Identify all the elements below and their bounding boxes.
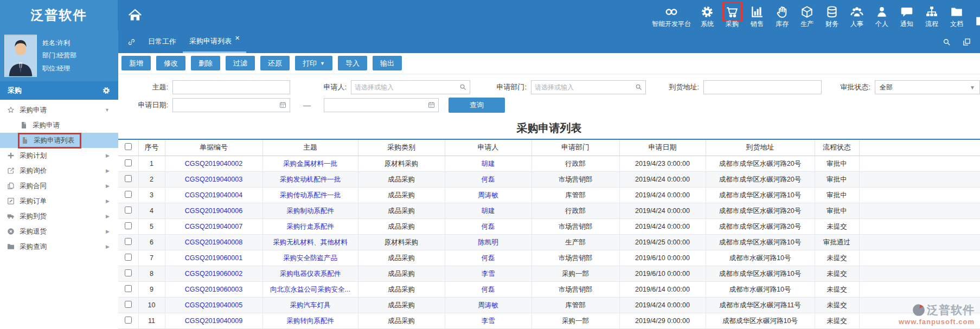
过滤-button[interactable]: 过滤 <box>226 56 255 70</box>
link-applicant[interactable]: 周涛敏 <box>478 191 498 199</box>
cell-empty <box>859 282 980 298</box>
tab-purchase-request-list[interactable]: 采购申请列表 ✕ <box>183 30 246 53</box>
link-doc-no[interactable]: CGSQ2019040005 <box>185 301 242 309</box>
link-subject[interactable]: 采购无机材料、其他材料 <box>273 238 348 246</box>
cell-department: 市场营销部 <box>531 219 619 235</box>
top-bar-main: 智能开发平台系统采购销售库存生产财务人事个人通知流程文档 <box>118 0 980 30</box>
calendar-icon[interactable] <box>279 101 287 109</box>
row-checkbox[interactable] <box>125 222 132 229</box>
tab-daily-work[interactable]: 日常工作 <box>142 30 183 53</box>
sidebar-item-采购计划[interactable]: 采购计划▶ <box>0 148 118 163</box>
link-doc-no[interactable]: CGSQ2019060003 <box>185 286 242 293</box>
link-applicant[interactable]: 何磊 <box>482 176 495 183</box>
nav-item-生产[interactable]: 生产 <box>795 4 819 29</box>
link-subject[interactable]: 采购传动系配件一批 <box>280 191 341 199</box>
link-doc-no[interactable]: CGSQ2019040006 <box>185 207 242 215</box>
sidebar-item-采购退货[interactable]: 采购退货▶ <box>0 224 118 239</box>
nav-item-库存[interactable]: 库存 <box>770 4 795 29</box>
nav-item-系统[interactable]: 系统 <box>695 4 720 29</box>
新增-button[interactable]: 新增 <box>121 56 151 70</box>
cell-subject: 采购无机材料、其他材料 <box>262 235 358 250</box>
select-all-checkbox[interactable] <box>125 143 132 150</box>
address-input[interactable] <box>703 80 822 94</box>
apply-date-from-input[interactable] <box>172 98 290 112</box>
link-subject[interactable]: 采购金属材料一批 <box>283 160 337 167</box>
link-doc-no[interactable]: CGSQ2019040008 <box>185 238 242 246</box>
link-applicant[interactable]: 胡建 <box>482 160 495 167</box>
还原-button[interactable]: 还原 <box>260 56 290 70</box>
sidebar-item-采购订单[interactable]: 采购订单▶ <box>0 193 118 209</box>
link-doc-no[interactable]: CGSQ2019060001 <box>185 254 242 262</box>
row-checkbox[interactable] <box>125 317 132 324</box>
nav-item-财务[interactable]: 财务 <box>819 4 844 29</box>
nav-item-销售[interactable]: 销售 <box>745 4 770 29</box>
cell-address: 成都成华区水碾河路10号 <box>706 313 815 329</box>
nav-item-文档[interactable]: 文档 <box>944 4 969 29</box>
close-tab-icon[interactable]: ✕ <box>235 35 240 42</box>
删除-button[interactable]: 删除 <box>191 56 220 70</box>
nav-item-clipped[interactable] <box>969 14 980 29</box>
department-input[interactable] <box>531 80 646 94</box>
sidebar-item-采购申请[interactable]: 采购申请 <box>0 118 118 133</box>
home-icon[interactable] <box>127 7 143 23</box>
row-checkbox[interactable] <box>125 207 132 214</box>
link-doc-no[interactable]: CGSQ2019040009 <box>185 317 242 325</box>
row-checkbox[interactable] <box>125 175 132 182</box>
nav-item-个人[interactable]: 个人 <box>869 4 894 29</box>
row-checkbox[interactable] <box>125 191 132 198</box>
输出-button[interactable]: 输出 <box>373 56 402 70</box>
row-checkbox[interactable] <box>125 254 132 261</box>
link-subject[interactable]: 向北京永益公司采购安全... <box>270 286 350 293</box>
apply-date-to-input[interactable] <box>324 98 439 112</box>
sidebar-item-采购申请[interactable]: 采购申请▼ <box>0 102 118 118</box>
sidebar-item-采购询价[interactable]: 采购询价▶ <box>0 163 118 178</box>
link-applicant[interactable]: 胡建 <box>482 207 495 215</box>
row-checkbox[interactable] <box>125 159 132 166</box>
gear-icon[interactable] <box>102 86 111 95</box>
row-checkbox[interactable] <box>125 301 132 308</box>
nav-item-智能开发平台[interactable]: 智能开发平台 <box>648 4 695 29</box>
link-applicant[interactable]: 何磊 <box>482 223 495 230</box>
sidebar-item-采购申请列表[interactable]: 采购申请列表 <box>0 133 118 148</box>
修改-button[interactable]: 修改 <box>156 56 185 70</box>
calendar-icon[interactable] <box>427 101 435 109</box>
row-checkbox[interactable] <box>125 285 132 292</box>
link-subject[interactable]: 采购汽车灯具 <box>290 301 331 309</box>
link-subject[interactable]: 采购制动系配件 <box>286 207 334 215</box>
link-subject[interactable]: 采购行走系配件 <box>286 223 334 230</box>
link-subject[interactable]: 采购电器仪表系配件 <box>280 270 341 278</box>
link-applicant[interactable]: 周涛敏 <box>478 301 498 309</box>
link-applicant[interactable]: 李雪 <box>482 270 495 278</box>
link-applicant[interactable]: 何磊 <box>482 254 495 262</box>
link-doc-no[interactable]: CGSQ2019060002 <box>185 270 242 278</box>
link-applicant[interactable]: 李雪 <box>482 317 495 325</box>
link-subject[interactable]: 采购安全防盗产品 <box>283 254 337 262</box>
link-applicant[interactable]: 陈凯明 <box>478 238 498 246</box>
link-subject[interactable]: 采购发动机配件一批 <box>280 176 341 183</box>
link-doc-no[interactable]: CGSQ2019040002 <box>185 160 242 167</box>
approval-status-select[interactable]: 全部 ▼ <box>875 80 980 94</box>
applicant-input[interactable] <box>351 80 470 94</box>
nav-item-流程[interactable]: 流程 <box>919 4 944 29</box>
windows-icon[interactable] <box>962 37 971 47</box>
link-doc-no[interactable]: CGSQ2019040004 <box>185 191 242 199</box>
导入-button[interactable]: 导入 <box>338 56 367 70</box>
nav-item-采购[interactable]: 采购 <box>720 4 745 29</box>
link-applicant[interactable]: 何磊 <box>482 286 495 293</box>
query-button[interactable]: 查询 <box>449 98 505 113</box>
link-doc-no[interactable]: CGSQ2019040007 <box>185 223 242 230</box>
search-icon[interactable] <box>459 83 467 91</box>
row-checkbox[interactable] <box>125 269 132 276</box>
打印-button[interactable]: 打印▼ <box>295 56 332 70</box>
nav-item-通知[interactable]: 通知 <box>894 4 919 29</box>
search-icon[interactable] <box>635 83 643 91</box>
link-doc-no[interactable]: CGSQ2019040003 <box>185 176 242 183</box>
subject-input[interactable] <box>172 80 290 94</box>
sidebar-item-采购查询[interactable]: 采购查询▶ <box>0 239 118 254</box>
sidebar-item-采购合同[interactable]: 采购合同▶ <box>0 178 118 193</box>
search-icon[interactable] <box>942 37 951 47</box>
link-subject[interactable]: 采购转向系配件 <box>286 317 334 325</box>
nav-item-人事[interactable]: 人事 <box>844 4 869 29</box>
row-checkbox[interactable] <box>125 238 132 245</box>
sidebar-item-采购到货[interactable]: 采购到货▶ <box>0 209 118 224</box>
